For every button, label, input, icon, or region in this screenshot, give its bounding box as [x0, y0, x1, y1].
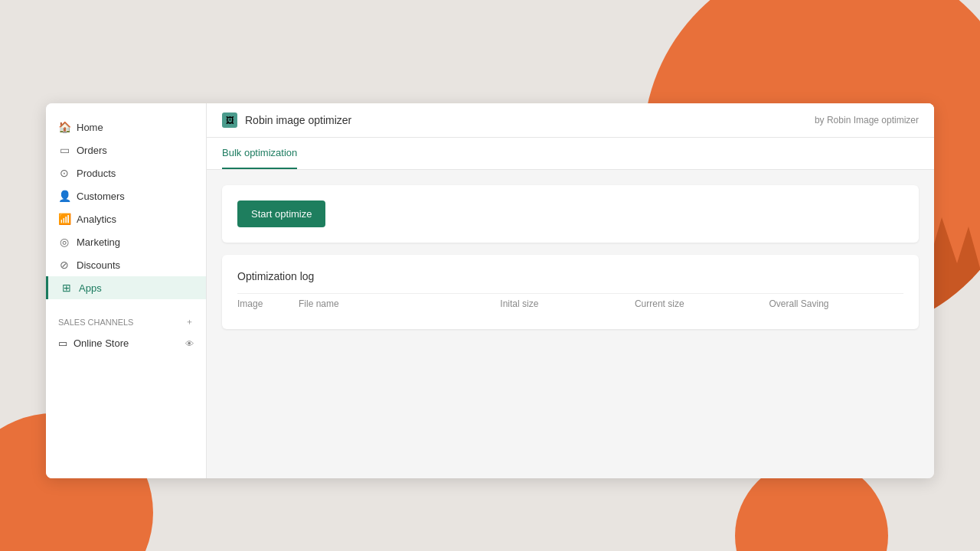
optimization-log-title: Optimization log [237, 270, 903, 282]
log-table: Image File name Inital size Current size… [237, 293, 903, 314]
sales-channels-label: Sales channels [58, 318, 133, 327]
sidebar-label-products: Products [77, 168, 116, 179]
online-store-icon: ▭ [58, 337, 67, 349]
tab-bulk-optimization[interactable]: Bulk optimization [222, 138, 297, 169]
sales-channels-section: Sales channels ＋ [46, 311, 206, 332]
sidebar: 🏠 Home ▭ Orders ⊙ Products 👤 Customers 📶… [46, 103, 207, 478]
sidebar-label-customers: Customers [77, 191, 125, 202]
sidebar-label-apps: Apps [79, 282, 102, 294]
sidebar-item-marketing[interactable]: ◎ Marketing [46, 230, 206, 253]
apps-icon: ⊞ [60, 282, 73, 294]
sidebar-label-orders: Orders [77, 145, 107, 156]
sidebar-item-online-store[interactable]: ▭ Online Store 👁 [46, 332, 206, 354]
sidebar-item-products[interactable]: ⊙ Products [46, 161, 206, 184]
sidebar-item-discounts[interactable]: ⊘ Discounts [46, 253, 206, 276]
main-window: 🏠 Home ▭ Orders ⊙ Products 👤 Customers 📶… [46, 103, 934, 478]
tabs-bar: Bulk optimization [207, 138, 934, 170]
app-header-left: Robin image optimizer [222, 112, 351, 128]
content-area: Robin image optimizer by Robin Image opt… [207, 103, 934, 478]
sidebar-label-home: Home [77, 122, 103, 133]
products-icon: ⊙ [58, 167, 70, 179]
customers-icon: 👤 [58, 190, 70, 202]
sidebar-label-analytics: Analytics [77, 214, 116, 225]
sidebar-item-orders[interactable]: ▭ Orders [46, 139, 206, 161]
app-header: Robin image optimizer by Robin Image opt… [207, 103, 934, 138]
sidebar-label-marketing: Marketing [77, 236, 120, 248]
log-col-initial-size: Inital size [500, 298, 635, 309]
start-optimize-button[interactable]: Start optimize [237, 201, 325, 227]
log-col-filename: File name [299, 298, 500, 309]
app-header-by: by Robin Image optimizer [815, 115, 919, 126]
sidebar-item-analytics[interactable]: 📶 Analytics [46, 207, 206, 230]
optimization-log-card: Optimization log Image File name Inital … [222, 255, 919, 329]
sidebar-label-online-store: Online Store [74, 337, 129, 349]
analytics-icon: 📶 [58, 213, 70, 225]
orders-icon: ▭ [58, 144, 70, 156]
app-header-title: Robin image optimizer [245, 114, 351, 126]
sidebar-item-apps[interactable]: ⊞ Apps [46, 276, 206, 299]
discounts-icon: ⊘ [58, 259, 70, 271]
app-logo-icon [222, 112, 237, 128]
main-content: Start optimize Optimization log Image Fi… [207, 170, 934, 478]
log-col-current-size: Current size [635, 298, 769, 309]
sidebar-item-customers[interactable]: 👤 Customers [46, 184, 206, 207]
home-icon: 🏠 [58, 121, 70, 133]
sidebar-label-discounts: Discounts [77, 259, 120, 271]
log-col-overall-saving: Overall Saving [769, 298, 903, 309]
sales-channels-add-icon[interactable]: ＋ [185, 316, 194, 328]
log-table-header: Image File name Inital size Current size… [237, 293, 903, 314]
log-col-image: Image [237, 298, 299, 309]
marketing-icon: ◎ [58, 236, 70, 248]
start-optimize-card: Start optimize [222, 185, 919, 243]
sidebar-item-home[interactable]: 🏠 Home [46, 116, 206, 139]
online-store-eye-icon[interactable]: 👁 [185, 339, 194, 348]
